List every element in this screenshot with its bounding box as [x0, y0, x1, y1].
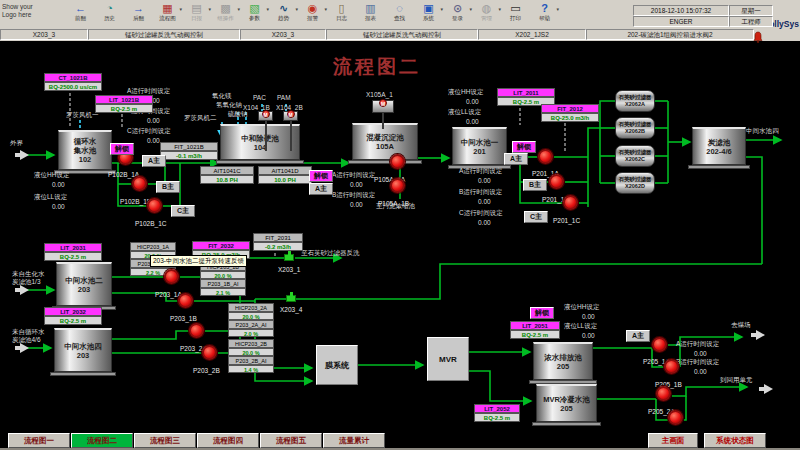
tank-label: 集水池	[59, 146, 111, 155]
tab-流程图五[interactable]: 流程图五	[260, 433, 322, 448]
duty-button-5[interactable]: A主	[309, 183, 333, 195]
instrument-tag: LIT_2052	[474, 404, 520, 413]
valve-X203_4[interactable]	[286, 295, 296, 302]
alarm-cell-1[interactable]: 锰砂过滤罐反洗气动阀控制	[88, 29, 240, 40]
main-screen-button[interactable]: 主画面	[648, 433, 698, 448]
instr-LIT_2052[interactable]: LIT_2052BQ-2.5 m	[474, 404, 520, 422]
flow-label-14: 氢氧化钠	[216, 101, 242, 110]
toolbar-流程图[interactable]: ▦流程图▾	[153, 2, 182, 28]
instr-FIT_2012[interactable]: FIT_2012BQ-25.0 m3/h	[541, 104, 599, 122]
duty-button-9[interactable]: C主	[524, 211, 548, 223]
pump-P203_1B[interactable]	[178, 293, 193, 308]
pump-P102B_1B[interactable]	[132, 176, 147, 191]
pump-P205_2B[interactable]	[668, 410, 683, 425]
duty-button-2[interactable]: B主	[156, 181, 180, 193]
toolbar-label: 参数	[240, 15, 269, 21]
flow-label-32: B运行时间设定	[459, 188, 502, 197]
duty-button-1[interactable]: A主	[142, 155, 166, 167]
pump-P203_1A[interactable]	[164, 269, 179, 284]
pump-P201_1B[interactable]	[549, 174, 564, 189]
alarm-cell-0[interactable]: X203_3	[0, 29, 88, 40]
flow-label-13: 氧化镁	[212, 92, 232, 101]
toolbar-参数[interactable]: ▧参数▾	[240, 2, 269, 28]
pump-P201_1A[interactable]	[538, 149, 553, 164]
duty-button-7[interactable]: A主	[504, 153, 528, 165]
toolbar-帮助[interactable]: ?帮助▾	[530, 2, 559, 28]
unlock-button-10[interactable]: 解锁	[530, 307, 554, 319]
instr-FIT_1021B[interactable]: FIT_1021B-0.1 m3/h	[160, 142, 218, 160]
instrument-tag: FIT_2012	[541, 104, 599, 113]
alarm-cell-4[interactable]: X202_1JS2	[478, 29, 586, 40]
unlock-button-4[interactable]: 解锁	[309, 170, 333, 182]
instr-LIT_1021B[interactable]: LIT_1021BBQ-2.5 m	[95, 95, 153, 113]
cluster-HICP203_2B[interactable]: HICP203_2B20.0 %P203_2B_AI1.4 %	[228, 339, 274, 373]
user-value: ENGER	[633, 16, 729, 27]
pump-P205_1A[interactable]	[652, 337, 667, 352]
alarm-cell-2[interactable]: X203_3	[240, 29, 326, 40]
scada-stage: 流程图二 203-中间水池二提升泵转速反馈 Show your Logo her…	[0, 0, 800, 450]
toolbar-历史[interactable]: ◔历史	[95, 2, 124, 28]
system-status-button[interactable]: 系统状态图	[704, 433, 766, 448]
tank-label: 203	[55, 351, 111, 360]
alarm-cell-3[interactable]: 锰砂过滤罐反洗气动阀控制	[326, 29, 478, 40]
toolbar-报警[interactable]: ◉报警▾	[298, 2, 327, 28]
toolbar-趋势[interactable]: ∿趋势▾	[269, 2, 298, 28]
duty-button-11[interactable]: A主	[626, 330, 650, 342]
instr-LIT_2031[interactable]: LIT_2031BQ-2.5 m	[44, 243, 102, 261]
tank-105A: 混凝沉淀池105A	[352, 123, 418, 160]
unlock-button-6[interactable]: 解锁	[512, 141, 536, 153]
toolbar-日志[interactable]: ▯日志	[327, 2, 356, 28]
pump-P102B_1C[interactable]	[147, 198, 162, 213]
instr-LIT_2051[interactable]: LIT_2051BQ-2.5 m	[510, 321, 560, 339]
日志-icon: ▯	[335, 2, 349, 15]
toolbar-label: 打印	[501, 15, 530, 21]
unlock-button-0[interactable]: 解锁	[110, 143, 134, 155]
pump-P203_2B[interactable]	[202, 345, 217, 360]
pump-P105A_1B[interactable]	[390, 178, 405, 193]
toolbar-前翻[interactable]: ←前翻	[66, 2, 95, 28]
instr-LIT_2032[interactable]: LIT_2032BQ-2.5 m	[44, 307, 102, 325]
pump-P205_2A[interactable]	[656, 386, 671, 401]
instr-AIT1041C[interactable]: AIT1041C10.8 PH	[200, 166, 254, 184]
tab-流程图三[interactable]: 流程图三	[134, 433, 196, 448]
flow-label-21: A运行时间设定	[332, 171, 375, 180]
tab-流程图一[interactable]: 流程图一	[8, 433, 70, 448]
box-mvr[interactable]: MVR	[427, 337, 469, 381]
duty-button-3[interactable]: C主	[171, 205, 195, 217]
pump-P105A_1A[interactable]	[390, 154, 405, 169]
tab-流程图二[interactable]: 流程图二	[71, 433, 133, 448]
alarm-cell-5[interactable]: 202-碳滤池1组阀控箱进水阀2	[586, 29, 754, 40]
flow-label-0: 外界	[10, 139, 23, 148]
cluster-HICP203_1B[interactable]: HICP203_1B20.0 %P203_1B_AI2.1 %	[200, 262, 246, 296]
tank-label: 循环水	[59, 137, 111, 146]
instrument-value: -0.1 m3/h	[160, 151, 218, 160]
tab-流量累计[interactable]: 流量累计	[323, 433, 385, 448]
box-membrane[interactable]: 膜系统	[316, 345, 358, 385]
pump-P201_1C[interactable]	[563, 195, 578, 210]
instr-FIT_2031[interactable]: FIT_2031-0.2 m3/h	[253, 233, 303, 251]
toolbar-label: 历史	[95, 15, 124, 21]
toolbar-label: 日志	[327, 15, 356, 21]
flow-arrow-icon-3	[756, 330, 770, 340]
flow-label-16: PAC	[253, 94, 266, 101]
instr-AIT1041D[interactable]: AIT1041D10.0 PH	[258, 166, 312, 184]
instrument-value: 20.0 %	[200, 271, 246, 280]
duty-button-8[interactable]: B主	[523, 179, 547, 191]
cluster-HICP203_2A[interactable]: HICP203_2A20.0 %P203_2A_AI2.0 %	[228, 303, 274, 337]
toolbar-打印[interactable]: ▭打印	[501, 2, 530, 28]
toolbar-label: 帮助	[530, 15, 559, 21]
pump-P203_2A[interactable]	[189, 323, 204, 338]
toolbar-系统[interactable]: ▣系统▾	[414, 2, 443, 28]
toolbar-后翻[interactable]: →后翻	[124, 2, 153, 28]
toolbar-登录[interactable]: ⊙登录▾	[443, 2, 472, 28]
toolbar-报表[interactable]: ▥报表	[356, 2, 385, 28]
后翻-icon: →	[132, 2, 146, 15]
tab-流程图四[interactable]: 流程图四	[197, 433, 259, 448]
instr-CT_1021B[interactable]: CT_1021BBQ-2500.0 us/cm	[44, 73, 102, 91]
toolbar-查找[interactable]: ◌查找	[385, 2, 414, 28]
valve-X203_1[interactable]	[284, 254, 294, 261]
alarm-bell-icon[interactable]	[753, 29, 763, 47]
filter-label: 石英砂过滤器	[616, 94, 654, 101]
instrument-tag: AIT1041D	[258, 166, 312, 175]
pump-P205_1B[interactable]	[664, 359, 679, 374]
